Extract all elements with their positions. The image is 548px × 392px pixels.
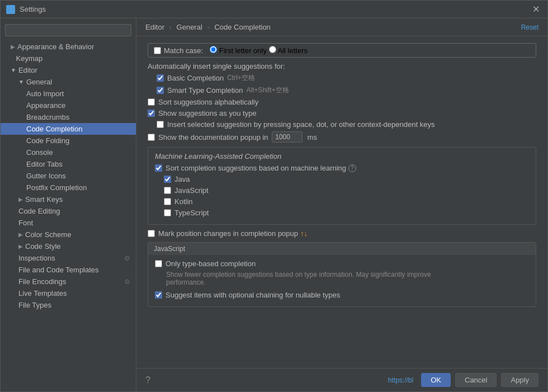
- sort-alpha-checkbox[interactable]: [148, 98, 155, 106]
- sidebar-item-color-scheme[interactable]: ▶ Color Scheme: [1, 229, 136, 240]
- sidebar-item-keymap[interactable]: Keymap: [1, 53, 136, 64]
- sort-alpha-label: Sort suggestions alphabetically: [158, 98, 258, 106]
- basic-completion-label: Basic Completion: [167, 74, 224, 82]
- cancel-button[interactable]: Cancel: [455, 373, 497, 387]
- match-case-checkbox[interactable]: [154, 47, 161, 54]
- sidebar-item-smart-keys[interactable]: ▶ Smart Keys: [1, 193, 136, 205]
- ml-section: Machine Learning-Assisted Completion Sor…: [148, 147, 536, 225]
- sidebar-item-font[interactable]: Font: [1, 217, 136, 229]
- typescript-row: TypeScript: [164, 209, 529, 217]
- sidebar-item-general[interactable]: ▼ General: [1, 76, 136, 88]
- java-row: Java: [164, 175, 529, 183]
- sidebar-item-label: General: [26, 78, 52, 86]
- smart-completion-shortcut: Alt+Shift+空格: [247, 86, 289, 95]
- typescript-label: TypeScript: [174, 209, 209, 217]
- show-doc-popup-checkbox[interactable]: [148, 134, 155, 141]
- mark-position-checkbox[interactable]: [148, 230, 155, 237]
- reset-button[interactable]: Reset: [521, 23, 538, 31]
- nullable-types-checkbox[interactable]: [155, 291, 162, 299]
- typescript-checkbox[interactable]: [164, 209, 171, 216]
- javascript-label: JavaScript: [174, 186, 209, 195]
- help-url: https://bl: [388, 376, 413, 384]
- sort-ml-label: Sort completion suggestions based on mac…: [166, 164, 346, 172]
- show-suggestions-row: Show suggestions as you type: [148, 109, 536, 117]
- sidebar-item-code-style[interactable]: ▶ Code Style: [1, 240, 136, 252]
- kotlin-label: Kotlin: [174, 197, 193, 206]
- sidebar-item-label: Font: [18, 219, 33, 227]
- ok-button[interactable]: OK: [421, 373, 451, 387]
- mark-position-label: Mark position changes in completion popu…: [158, 229, 298, 238]
- kotlin-checkbox[interactable]: [164, 198, 171, 205]
- sidebar-item-console[interactable]: Console: [1, 147, 136, 158]
- mark-position-row: Mark position changes in completion popu…: [148, 229, 536, 238]
- sidebar-item-editor[interactable]: ▼ Editor: [1, 64, 136, 76]
- sidebar-item-appearance-behavior[interactable]: ▶ Appearance & Behavior: [1, 41, 136, 53]
- sidebar-item-label: Appearance: [26, 101, 65, 110]
- sidebar-item-live-templates[interactable]: Live Templates: [1, 287, 136, 299]
- sidebar-item-gutter-icons[interactable]: Gutter Icons: [1, 170, 136, 182]
- javascript-checkbox[interactable]: [164, 187, 171, 194]
- breadcrumb: Editor › General › Code Completion: [145, 23, 271, 31]
- basic-completion-row: Basic Completion Ctrl+空格: [157, 73, 536, 83]
- sidebar-item-auto-import[interactable]: Auto Import: [1, 88, 136, 100]
- js-section-body: Only type-based completion Show fewer co…: [148, 255, 536, 306]
- sidebar-item-label: Code Completion: [26, 125, 82, 133]
- apply-button[interactable]: Apply: [501, 373, 538, 387]
- sidebar-item-label: Keymap: [16, 54, 43, 63]
- sort-ml-checkbox[interactable]: [155, 164, 162, 172]
- sidebar-item-label: File and Code Templates: [18, 266, 99, 274]
- insert-selected-checkbox[interactable]: [157, 121, 164, 128]
- only-type-based-checkbox[interactable]: [155, 260, 162, 267]
- sidebar-item-code-editing[interactable]: Code Editing: [1, 205, 136, 217]
- match-case-checkbox-group: Match case:: [154, 46, 203, 55]
- breadcrumb-part-0: Editor: [145, 23, 164, 31]
- sidebar-item-code-completion[interactable]: Code Completion: [1, 123, 136, 135]
- window-title: Settings: [20, 5, 530, 13]
- first-letter-radio[interactable]: [210, 46, 217, 53]
- settings-icon: ⚙: [124, 254, 130, 262]
- insert-selected-row: Insert selected suggestion by pressing s…: [157, 120, 536, 129]
- ml-section-title: Machine Learning-Assisted Completion: [155, 152, 529, 160]
- basic-completion-checkbox[interactable]: [157, 74, 164, 82]
- breadcrumb-part-2: Code Completion: [214, 23, 270, 31]
- sidebar-item-postfix-completion[interactable]: Postfix Completion: [1, 182, 136, 193]
- title-bar: Settings ✕: [1, 1, 547, 18]
- bottom-bar: ? https://bl OK Cancel Apply: [136, 368, 547, 391]
- doc-popup-value-input[interactable]: [272, 131, 303, 143]
- sidebar-item-label: File Types: [18, 301, 51, 309]
- javascript-row: JavaScript: [164, 186, 529, 195]
- only-type-based-description: Show fewer completion suggestions based …: [166, 271, 446, 286]
- help-icon[interactable]: ?: [348, 164, 356, 172]
- close-button[interactable]: ✕: [530, 4, 542, 15]
- show-suggestions-checkbox[interactable]: [148, 110, 155, 117]
- match-case-label: Match case:: [164, 46, 203, 55]
- sidebar-item-code-folding[interactable]: Code Folding: [1, 135, 136, 147]
- all-letters-radio[interactable]: [269, 46, 276, 53]
- suggestions-sub-options: Insert selected suggestion by pressing s…: [148, 120, 536, 129]
- sidebar-item-label: Live Templates: [18, 289, 67, 297]
- sidebar-item-breadcrumbs[interactable]: Breadcrumbs: [1, 111, 136, 123]
- sidebar-item-appearance[interactable]: Appearance: [1, 100, 136, 111]
- show-doc-popup-label: Show the documentation popup in: [158, 133, 268, 141]
- sidebar-item-file-code-templates[interactable]: File and Code Templates: [1, 264, 136, 276]
- arrow-icon: ▶: [11, 44, 15, 50]
- java-checkbox[interactable]: [164, 176, 171, 183]
- js-section-header: JavaScript: [148, 243, 536, 255]
- insert-selected-label: Insert selected suggestion by pressing s…: [167, 120, 434, 129]
- sidebar-item-editor-tabs[interactable]: Editor Tabs: [1, 158, 136, 170]
- settings-dialog: Settings ✕ ▶ Appearance & Behavior Keyma…: [0, 0, 548, 392]
- help-button[interactable]: ?: [145, 375, 150, 385]
- first-letter-radio-label: First letter only: [210, 46, 269, 55]
- sidebar-item-file-encodings[interactable]: File Encodings ⚙: [1, 276, 136, 287]
- sidebar-item-file-types[interactable]: File Types: [1, 299, 136, 311]
- smart-completion-checkbox[interactable]: [157, 87, 164, 94]
- arrow-icon: [11, 55, 14, 62]
- sidebar-item-label: Appearance & Behavior: [17, 42, 94, 51]
- sidebar-item-label: Color Scheme: [25, 230, 71, 239]
- arrow-icon: ▶: [18, 243, 23, 249]
- arrow-icon: ▶: [18, 196, 23, 202]
- search-input[interactable]: [5, 24, 131, 36]
- sidebar-item-inspections[interactable]: Inspections ⚙: [1, 252, 136, 264]
- sidebar-item-label: Code Editing: [18, 207, 60, 215]
- kotlin-row: Kotlin: [164, 197, 529, 206]
